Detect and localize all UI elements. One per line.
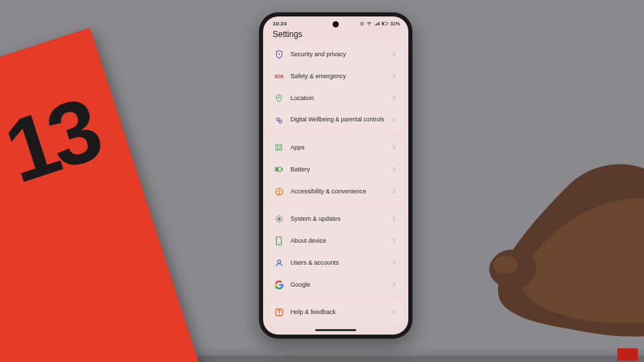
settings-row-label: Battery: [290, 166, 391, 173]
settings-row-label: Safety & emergency: [290, 73, 391, 80]
settings-group: AppsBatteryAccessibility & convenience: [269, 136, 403, 202]
settings-list: Security and privacySOSSafety & emergenc…: [263, 43, 408, 335]
apps-grid-icon: [273, 141, 285, 154]
svg-point-6: [278, 96, 280, 97]
accessibility-icon: [273, 185, 285, 197]
settings-row[interactable]: System & updates: [269, 208, 403, 230]
hand-pointing: [432, 158, 644, 350]
page-title: Settings: [263, 28, 408, 43]
home-indicator[interactable]: [315, 329, 356, 331]
chevron-right-icon: [391, 309, 397, 315]
user-icon: [273, 256, 285, 269]
chevron-right-icon: [391, 237, 397, 244]
settings-row-label: Help & feedback: [290, 309, 391, 315]
svg-point-23: [278, 313, 279, 314]
svg-point-5: [278, 53, 280, 55]
battery-status-icon: [382, 21, 388, 26]
settings-group: Security and privacySOSSafety & emergenc…: [269, 43, 403, 131]
svg-rect-11: [276, 148, 278, 150]
chevron-right-icon: [391, 188, 397, 195]
settings-row[interactable]: Security and privacy: [269, 43, 403, 65]
settings-row[interactable]: Battery: [269, 158, 403, 180]
settings-row[interactable]: Google: [269, 274, 403, 295]
sos-icon: SOS: [273, 70, 285, 82]
settings-group: Help & feedback: [269, 301, 403, 323]
svg-rect-4: [382, 23, 384, 25]
settings-row[interactable]: Help & feedback: [269, 301, 403, 323]
watermark-chip: [617, 348, 638, 361]
alarm-icon: [360, 21, 364, 26]
settings-row[interactable]: Location: [269, 87, 403, 109]
settings-row-label: Apps: [290, 144, 391, 151]
settings-row-label: About device: [290, 237, 391, 244]
settings-row[interactable]: Accessibility & convenience: [269, 180, 403, 202]
svg-rect-9: [276, 145, 278, 147]
product-box: [0, 27, 200, 362]
settings-row[interactable]: Digital Wellbeing & parental controls: [269, 109, 403, 131]
chevron-right-icon: [391, 117, 397, 123]
phone-device-icon: [273, 234, 285, 247]
svg-rect-14: [282, 169, 282, 171]
google-icon: [273, 278, 285, 291]
battery-percentage: 31%: [391, 21, 400, 26]
svg-rect-12: [280, 148, 282, 150]
status-time: 10:24: [273, 21, 286, 27]
location-pin-icon: [273, 92, 285, 104]
settings-group: System & updatesAbout deviceUsers & acco…: [269, 208, 403, 295]
gear-icon: [273, 213, 285, 225]
status-indicators: 31%: [360, 21, 400, 26]
svg-point-20: [278, 243, 279, 243]
svg-point-21: [277, 260, 281, 263]
settings-row-label: Users & accounts: [290, 259, 391, 266]
chevron-right-icon: [391, 166, 397, 173]
chevron-right-icon: [391, 281, 397, 288]
svg-rect-3: [388, 23, 388, 24]
svg-point-18: [277, 217, 280, 219]
settings-row-label: Location: [290, 95, 391, 101]
wellbeing-icon: [273, 114, 285, 126]
front-camera: [333, 21, 339, 27]
chevron-right-icon: [391, 144, 397, 151]
settings-row[interactable]: About device: [269, 230, 403, 252]
chevron-right-icon: [391, 51, 397, 58]
settings-row[interactable]: Apps: [269, 136, 403, 158]
settings-row-label: Security and privacy: [290, 51, 391, 58]
svg-rect-15: [275, 168, 278, 171]
settings-row-label: System & updates: [290, 215, 391, 222]
settings-row-label: Accessibility & convenience: [290, 188, 391, 195]
battery-icon: [273, 163, 285, 176]
signal-icon: [374, 21, 380, 26]
help-icon: [273, 306, 285, 318]
chevron-right-icon: [391, 73, 397, 80]
chevron-right-icon: [391, 215, 397, 222]
settings-row-label: Google: [290, 281, 391, 288]
settings-row-label: Digital Wellbeing & parental controls: [290, 117, 391, 123]
shield-lock-icon: [273, 48, 285, 60]
phone-frame: 10:24 31% Settings Security and privacyS…: [259, 12, 412, 339]
settings-row[interactable]: Users & accounts: [269, 252, 403, 274]
settings-row[interactable]: SOSSafety & emergency: [269, 65, 403, 87]
chevron-right-icon: [391, 259, 397, 266]
chevron-right-icon: [391, 95, 397, 101]
phone-screen: 10:24 31% Settings Security and privacyS…: [263, 16, 408, 335]
svg-point-17: [278, 189, 280, 190]
svg-rect-10: [280, 145, 282, 147]
wifi-icon: [367, 21, 372, 26]
svg-point-0: [493, 256, 518, 274]
